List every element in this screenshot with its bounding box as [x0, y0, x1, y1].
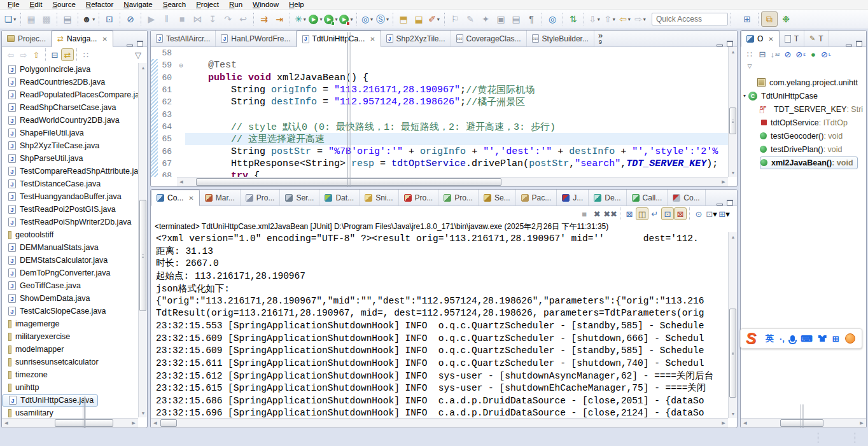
file-item-timezone[interactable]: timezone — [2, 368, 138, 381]
focus-icon[interactable]: ∷ — [743, 48, 756, 60]
outline-item-xml2javabean[interactable]: xml2JavaBean() : void — [741, 156, 866, 169]
file-item-readcountries2db-java[interactable]: JReadCountries2DB.java — [2, 76, 138, 88]
copy-doc-icon[interactable]: ▣ — [494, 11, 508, 27]
maximize-view-icon[interactable] — [727, 200, 733, 206]
pin-console-icon[interactable]: ⊙ — [692, 207, 705, 220]
save-all-icon[interactable]: ▩ — [39, 11, 53, 27]
menu-item-help[interactable]: Help — [284, 0, 309, 10]
code-line-67[interactable]: 67 HttpResponse<String> resp = tdtOptSer… — [151, 158, 728, 170]
code-line-61[interactable]: 61 String origInfo = "113.216171,28.1909… — [151, 84, 728, 96]
clean-icon[interactable]: ✎ — [463, 11, 477, 27]
view-menu-icon[interactable]: ▽ — [132, 48, 144, 61]
file-item-imagemerge[interactable]: imagemerge — [2, 317, 138, 330]
file-item-modelmapper[interactable]: modelmapper — [2, 343, 138, 356]
collapse-all-icon[interactable]: ⊟ — [756, 48, 769, 60]
file-item-geotoolstiff[interactable]: geotoolstiff — [2, 228, 138, 241]
scroll-thumb[interactable] — [196, 178, 501, 186]
file-item-showdemdata-java[interactable]: JShowDemData.java — [2, 292, 138, 305]
input-mode-english-toggle[interactable]: 英 — [766, 333, 774, 344]
terminate-icon[interactable]: ■ — [578, 207, 591, 220]
voice-input-icon[interactable] — [790, 335, 795, 342]
dropdown-arrow-icon[interactable]: ▾ — [643, 17, 646, 22]
debug-icon[interactable]: ✳▾ — [293, 11, 307, 27]
synchronize-icon[interactable]: ⇅ — [566, 11, 580, 27]
scroll-thumb[interactable] — [139, 200, 146, 311]
maximize-view-icon[interactable] — [856, 41, 862, 46]
scroll-up-icon[interactable]: ▲ — [729, 47, 738, 56]
view-tab-templates[interactable]: ✎T — [804, 31, 829, 46]
file-item-geotiffcase-java[interactable]: JGeoTiffCase.java — [2, 279, 138, 292]
step-over-icon[interactable]: ↷ — [221, 11, 235, 27]
console-area-tab-coverage[interactable]: Co... — [668, 190, 705, 206]
file-item-polygonincircle-java[interactable]: JPolygonIncircle.java — [2, 63, 138, 76]
sogou-logo-icon[interactable]: S — [742, 330, 760, 347]
menu-item-file[interactable]: File — [3, 0, 25, 10]
code-line-60[interactable]: 60 public void xml2JavaBean() { — [151, 72, 728, 84]
outline-item-testgeocoder[interactable]: testGeocoder() : void — [741, 129, 866, 143]
file-item-demmanualstats-java[interactable]: JDEMManualStats.java — [2, 241, 138, 254]
web-service-icon[interactable]: Ⓢ▾ — [375, 11, 389, 27]
scroll-right-icon[interactable]: ▶ — [719, 178, 728, 186]
disconnect-icon[interactable]: ⋈ — [190, 11, 204, 27]
file-item-testhuangyandaobuffer-java[interactable]: JTestHuangyandaoBuffer.java — [2, 190, 138, 203]
code-line-62[interactable]: 62 String destInfo = "112.957124,28.1986… — [151, 96, 728, 108]
sogou-mascot-icon[interactable] — [845, 333, 855, 344]
user-profile-icon[interactable]: ☻▾ — [81, 11, 95, 27]
menu-item-search[interactable]: Search — [158, 0, 191, 10]
outline-item-testdriveplan[interactable]: testDrivePlan() : void — [741, 143, 866, 156]
fold-collapse-icon[interactable]: ⊖ — [177, 62, 185, 69]
last-edit-location-icon[interactable]: ⇩▾ — [587, 11, 601, 27]
suspend-icon[interactable]: ‖ — [160, 11, 174, 27]
scroll-thumb[interactable] — [55, 419, 113, 427]
file-item-readworldcountry2db-java[interactable]: JReadWorldCountry2DB.java — [2, 114, 138, 127]
code-line-58[interactable]: 58 — [151, 47, 728, 59]
file-item-tdtunihttpcase-java[interactable]: JTdtUniHttpCase.java — [2, 394, 138, 407]
console-area-tab-servers[interactable]: Ser... — [280, 190, 319, 206]
scroll-right-icon[interactable]: ▶ — [129, 419, 138, 428]
console-vscrollbar[interactable]: ▲ ▼ — [728, 232, 737, 418]
run-last-tool-icon[interactable]: ⇉ — [257, 11, 271, 27]
scroll-thumb[interactable] — [160, 419, 177, 427]
file-item-unihttp[interactable]: unihttp — [2, 381, 138, 394]
dropdown-arrow-icon[interactable]: ▾ — [370, 17, 373, 22]
skin-icon[interactable] — [818, 335, 827, 342]
open-perspective-button[interactable]: ⊞ — [739, 11, 755, 27]
code-line-64[interactable]: 64 // style 默认0 (0: 最快路线，1: 最短路线，2: 避开高速… — [151, 121, 728, 133]
menu-item-edit[interactable]: Edit — [25, 0, 48, 10]
expand-arrow-icon[interactable]: ▾ — [741, 93, 748, 99]
code-line-66[interactable]: 66 String postStr = "%7B'orig':'" + orig… — [151, 145, 728, 157]
announce-icon[interactable]: ⚐ — [448, 11, 462, 27]
editor-tab-hanlpwordfre[interactable]: JHanLPWordFre... — [216, 31, 296, 46]
view-tab-task-list[interactable]: T — [780, 31, 804, 46]
run-icon[interactable]: ▶▾ — [309, 11, 323, 27]
file-item-readshpcharsetcase-java[interactable]: JReadShpCharsetCase.java — [2, 101, 138, 114]
outline-item-tdt-server-key[interactable]: SFTDT_SERVER_KEY : Stri — [741, 102, 866, 116]
dropdown-arrow-icon[interactable]: ▾ — [628, 17, 631, 22]
clear-console-icon[interactable]: ⊠ — [623, 207, 636, 220]
code-line-65[interactable]: 65 // 这里选择避开高速 — [151, 133, 728, 145]
show-whitespace-icon[interactable]: ¶ — [524, 11, 538, 27]
dropdown-arrow-icon[interactable]: ▾ — [713, 209, 717, 219]
toggle-occurrences-icon[interactable]: ⊘ — [123, 11, 137, 27]
back-history-icon[interactable]: ⇦▾ — [618, 11, 632, 27]
console-output[interactable]: <?xml version="1.0" encoding="UTF-8" ?><… — [151, 232, 728, 418]
file-item-testdistancecase-java[interactable]: JTestDistanceCase.java — [2, 178, 138, 190]
wand-icon[interactable]: ✦ — [479, 11, 493, 27]
hide-local-types-icon[interactable]: ⊘L — [820, 48, 832, 60]
close-icon[interactable]: ✕ — [768, 36, 773, 43]
open-type-icon[interactable]: ▤ — [60, 11, 74, 27]
editor-hscrollbar[interactable]: ◀ ▶ — [177, 177, 728, 186]
outline-item-com-yelang-project-unihtt[interactable]: com.yelang.project.unihtt — [741, 76, 866, 89]
scroll-thumb[interactable] — [729, 309, 736, 398]
file-item-demstatscalculator-java[interactable]: JDEMStatsCalculator.java — [2, 254, 138, 267]
menu-item-window[interactable]: Window — [248, 0, 284, 10]
menu-item-navigate[interactable]: Navigate — [118, 0, 157, 10]
editor-tab-overflow[interactable]: »9 — [594, 32, 606, 45]
dropdown-arrow-icon[interactable]: ▾ — [92, 17, 95, 22]
file-item-demtopngconverter-java[interactable]: JDemToPngConverter.java — [2, 267, 138, 279]
terminate-icon[interactable]: ■ — [175, 11, 189, 27]
virtual-keyboard-icon[interactable]: ⌨ — [801, 334, 813, 344]
new-web-wizard-icon[interactable]: ◎▾ — [360, 11, 374, 27]
file-item-testcomparereadshpattribute-jav[interactable]: JTestCompareReadShpAttribute.jav — [2, 165, 138, 178]
perspective-debug-button[interactable]: ❉ — [778, 11, 794, 27]
